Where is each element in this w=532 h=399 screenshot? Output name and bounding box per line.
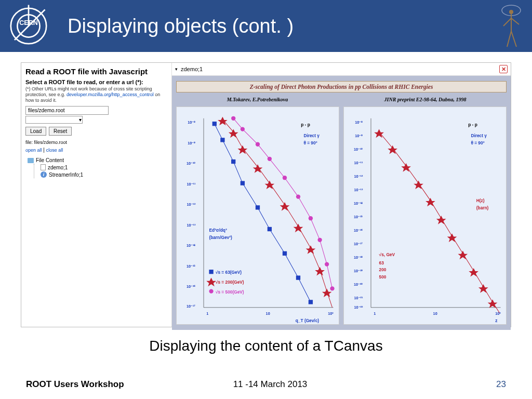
svg-point-50 <box>330 286 334 290</box>
svg-text:√s = 63(GeV): √s = 63(GeV) <box>216 270 242 275</box>
url-input[interactable] <box>25 106 109 115</box>
svg-marker-93 <box>488 299 498 308</box>
decorative-figure-icon <box>496 3 527 49</box>
svg-text:Direct γ: Direct γ <box>471 133 487 138</box>
svg-point-41 <box>231 116 235 121</box>
panel-subheading: Select a ROOT file to read, or enter a u… <box>25 79 167 85</box>
svg-text:10⁻¹³: 10⁻¹³ <box>354 188 363 192</box>
open-all-link[interactable]: open all <box>25 148 42 153</box>
svg-marker-36 <box>280 202 290 211</box>
svg-marker-31 <box>218 117 228 126</box>
tree-root[interactable]: File Content <box>25 157 167 164</box>
svg-text:10⁻¹³: 10⁻¹³ <box>187 223 196 228</box>
svg-text:10⁻¹⁴: 10⁻¹⁴ <box>187 243 196 248</box>
panel-heading: Read a ROOT file with Javascript <box>25 67 167 76</box>
svg-text:p - p: p - p <box>301 122 310 127</box>
info-icon: i <box>41 171 47 178</box>
svg-marker-37 <box>294 224 303 233</box>
svg-text:63: 63 <box>379 260 384 265</box>
svg-text:10⁻⁹: 10⁻⁹ <box>355 134 363 138</box>
svg-rect-25 <box>241 181 245 185</box>
svg-text:10⁻¹⁷: 10⁻¹⁷ <box>354 242 363 246</box>
svg-marker-39 <box>315 267 325 276</box>
svg-point-48 <box>317 238 322 242</box>
svg-rect-24 <box>231 159 235 164</box>
svg-point-46 <box>296 194 300 198</box>
folder-icon <box>28 158 34 163</box>
svg-rect-23 <box>220 138 224 142</box>
author-box-1: M.Tokarev, E.Potrebenikova <box>176 96 339 103</box>
svg-text:θ = 90°: θ = 90° <box>303 140 317 145</box>
svg-text:θ = 90°: θ = 90° <box>471 140 485 145</box>
svg-text:10⁻⁸: 10⁻⁸ <box>188 120 195 125</box>
svg-text:10: 10 <box>266 311 270 316</box>
svg-marker-58 <box>206 278 216 287</box>
svg-text:(barn): (barn) <box>476 205 489 210</box>
svg-text:10⁻¹⁵: 10⁻¹⁵ <box>187 264 196 269</box>
svg-text:Ed³σ/dq³: Ed³σ/dq³ <box>209 228 227 233</box>
cern-logo: CERN <box>0 0 57 52</box>
tree-item-zdemo[interactable]: zdemo;1 <box>38 164 167 171</box>
title-bar: CERN Displaying objects (cont. ) <box>0 0 532 52</box>
svg-rect-56 <box>209 270 213 274</box>
svg-rect-22 <box>212 122 217 126</box>
slide-number: 23 <box>496 379 506 390</box>
load-button[interactable]: Load <box>25 127 46 136</box>
svg-text:10⁻¹⁹: 10⁻¹⁹ <box>354 269 363 273</box>
svg-text:10⁻¹⁵: 10⁻¹⁵ <box>354 215 363 219</box>
svg-text:H(z): H(z) <box>476 198 485 203</box>
svg-text:p - p: p - p <box>468 122 477 127</box>
svg-text:z: z <box>495 318 497 323</box>
loaded-file-label: file: files/zdemo.root <box>25 140 167 145</box>
tree-item-streamerinfo[interactable]: i StreamerInfo;1 <box>38 171 167 178</box>
author-box-2: JINR preprint E2-98-64, Dubna, 1998 <box>344 96 507 103</box>
svg-marker-32 <box>229 129 238 138</box>
file-tree: File Content zdemo;1 i StreamerInfo;1 <box>25 157 167 178</box>
svg-text:10⁻²¹: 10⁻²¹ <box>354 296 363 300</box>
svg-marker-89 <box>447 233 457 242</box>
svg-text:q_T (Gev/c): q_T (Gev/c) <box>296 318 320 323</box>
svg-text:(barn/Gev²): (barn/Gev²) <box>209 235 232 240</box>
close-button[interactable]: ✕ <box>499 65 508 73</box>
svg-text:10⁻¹⁷: 10⁻¹⁷ <box>187 304 196 309</box>
panel-note: (*) Other URLs might not work because of… <box>25 86 167 103</box>
svg-point-42 <box>241 127 245 131</box>
svg-rect-27 <box>268 227 272 231</box>
canvas-display-panel: ▾ zdemo;1 ✕ Z-scaling of Direct Photon P… <box>172 63 511 327</box>
plot-right: 10⁻⁸ 10⁻⁹ 10⁻¹⁰ 10⁻¹¹ 10⁻¹² 10⁻¹³ 10⁻¹⁴ … <box>343 107 507 325</box>
collapse-icon[interactable]: ▾ <box>175 66 178 72</box>
close-all-link[interactable]: close all <box>46 148 63 153</box>
mdn-link[interactable]: developer.mozilla.org/http_access_contro… <box>66 92 154 97</box>
svg-text:Direct γ: Direct γ <box>303 133 320 138</box>
svg-marker-40 <box>322 288 332 297</box>
svg-rect-28 <box>283 251 287 256</box>
svg-marker-83 <box>374 129 384 138</box>
svg-marker-88 <box>436 216 446 224</box>
svg-text:10: 10 <box>433 311 437 316</box>
svg-text:10⁻¹⁰: 10⁻¹⁰ <box>354 147 363 152</box>
svg-text:10²: 10² <box>328 311 334 316</box>
svg-point-43 <box>256 142 260 147</box>
svg-text:10⁻¹⁶: 10⁻¹⁶ <box>354 228 363 233</box>
file-select[interactable]: ▾ <box>25 116 83 124</box>
canvas-tab-bar: ▾ zdemo;1 ✕ <box>172 63 511 76</box>
plot-left: 10⁻⁸ 10⁻⁹ 10⁻¹⁰ 10⁻¹¹ 10⁻¹² 10⁻¹³ 10⁻¹⁴ … <box>176 107 339 325</box>
svg-text:200: 200 <box>379 267 387 272</box>
reset-button[interactable]: Reset <box>49 127 72 136</box>
slide-footer: ROOT Users Workshop 11 -14 March 2013 23 <box>0 379 532 390</box>
svg-point-45 <box>283 176 287 180</box>
svg-text:10⁻¹⁰: 10⁻¹⁰ <box>187 161 196 166</box>
footer-left: ROOT Users Workshop <box>26 379 124 390</box>
svg-marker-92 <box>478 284 488 293</box>
svg-text:10⁻¹⁴: 10⁻¹⁴ <box>354 201 363 206</box>
svg-text:10²: 10² <box>495 311 501 316</box>
embedded-browser-screenshot: Read a ROOT file with Javascript Select … <box>21 62 511 327</box>
canvas-icon <box>41 164 46 170</box>
svg-text:10⁻¹¹: 10⁻¹¹ <box>187 182 196 187</box>
footer-date: 11 -14 March 2013 <box>233 379 308 390</box>
svg-text:10⁻⁹: 10⁻⁹ <box>188 141 195 145</box>
svg-text:√s, GeV: √s, GeV <box>379 252 395 257</box>
svg-text:CERN: CERN <box>19 19 38 26</box>
svg-text:1: 1 <box>374 311 376 316</box>
svg-text:1: 1 <box>206 311 208 316</box>
